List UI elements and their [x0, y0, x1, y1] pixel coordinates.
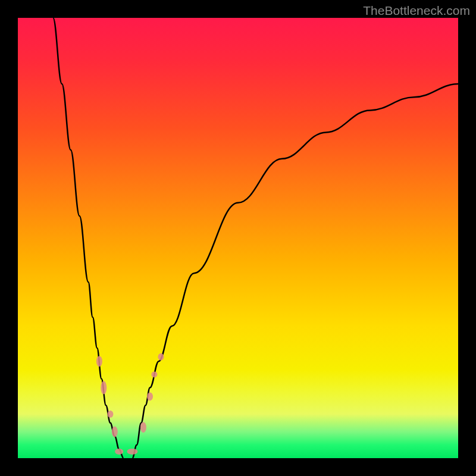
marker-0 [96, 356, 102, 367]
marker-5 [127, 449, 137, 455]
marker-7 [147, 392, 153, 400]
marker-2 [107, 411, 113, 418]
marker-4 [115, 449, 123, 455]
curves-svg [18, 18, 458, 458]
chart-container: TheBottleneck.com [0, 0, 476, 476]
plot-area [18, 18, 458, 458]
marker-1 [101, 381, 107, 394]
curve-curve-right [132, 84, 458, 458]
curve-curve-left [53, 18, 123, 458]
markers-group [96, 353, 164, 455]
watermark-label: TheBottleneck.com [363, 4, 470, 18]
marker-6 [140, 422, 146, 433]
marker-8 [151, 371, 157, 377]
curves-group [53, 18, 458, 458]
marker-3 [112, 427, 118, 437]
marker-9 [158, 353, 164, 361]
